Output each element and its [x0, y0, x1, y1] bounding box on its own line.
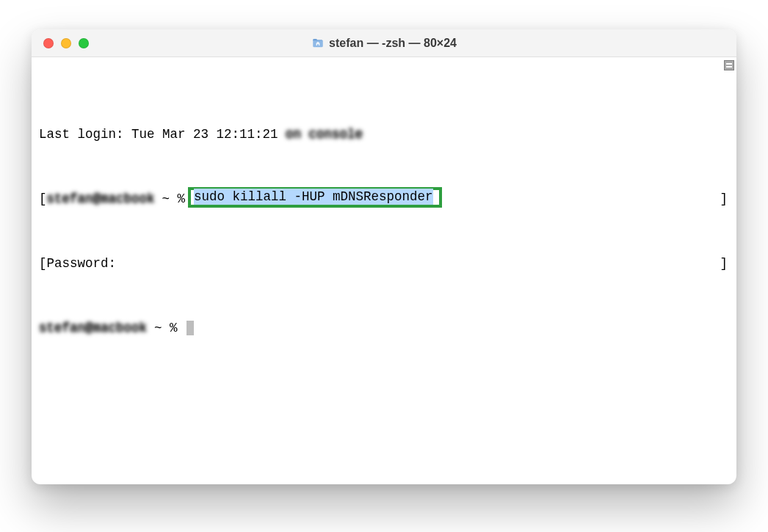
window-title-text: stefan — -zsh — 80×24 — [329, 37, 457, 50]
terminal-body[interactable]: Last login: Tue Mar 23 12:11:21 on conso… — [32, 57, 736, 484]
traffic-lights — [32, 38, 89, 48]
close-bracket: ] — [720, 255, 729, 272]
command-highlight: sudo killall -HUP mDNSResponder — [188, 187, 442, 208]
prompt-line[interactable]: stefan@macbook~ % — [39, 320, 729, 336]
open-bracket: [ — [39, 255, 47, 272]
close-bracket: ] — [720, 191, 729, 207]
close-icon[interactable] — [43, 38, 54, 48]
cursor-icon — [186, 321, 194, 335]
open-bracket: [ — [39, 191, 47, 207]
prompt-symbol: ~ % — [162, 191, 186, 207]
titlebar: stefan — -zsh — 80×24 — [32, 29, 736, 57]
command-line: [stefan@macbook~ %sudo killall -HUP mDNS… — [39, 191, 729, 207]
prompt-symbol: ~ % — [154, 320, 178, 336]
terminal-window: stefan — -zsh — 80×24 Last login: Tue Ma… — [32, 29, 736, 484]
last-login-text: Last login: Tue Mar 23 12:11:21 — [39, 126, 286, 142]
last-login-line: Last login: Tue Mar 23 12:11:21 on conso… — [39, 126, 729, 142]
zoom-icon[interactable] — [79, 38, 89, 48]
window-title: stefan — -zsh — 80×24 — [32, 37, 736, 50]
command-text: sudo killall -HUP mDNSResponder — [194, 189, 433, 205]
last-login-tail: on console — [286, 126, 363, 142]
scroll-position-icon[interactable] — [724, 60, 734, 70]
hostname-blur: stefan@macbook — [47, 191, 155, 207]
password-label: Password: — [47, 255, 117, 272]
hostname-blur: stefan@macbook — [39, 320, 147, 336]
minimize-icon[interactable] — [61, 38, 71, 48]
home-folder-icon — [311, 37, 325, 50]
password-line: [Password:] — [39, 255, 729, 272]
